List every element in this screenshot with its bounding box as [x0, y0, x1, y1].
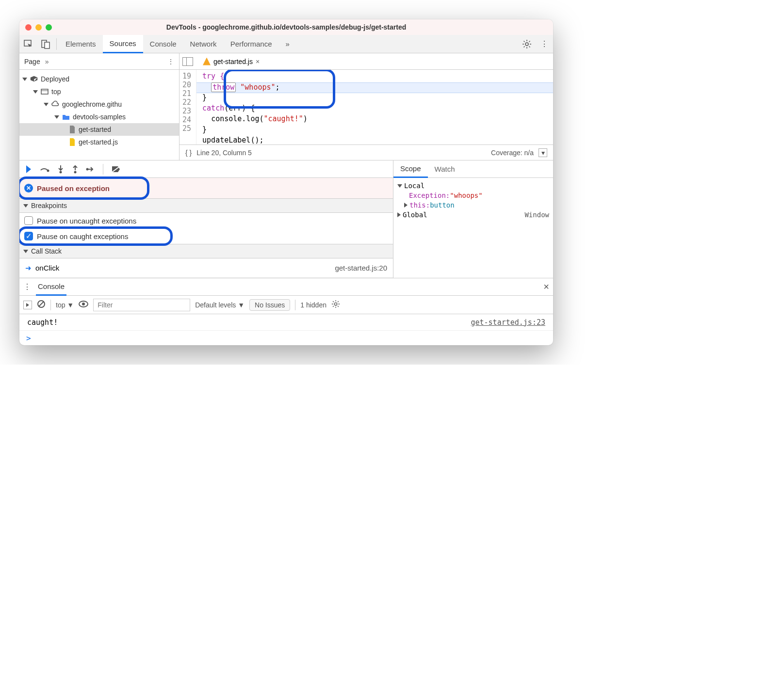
drawer-tabs: ⋮ Console ×	[19, 278, 553, 296]
document-icon	[69, 126, 76, 133]
svg-point-14	[82, 303, 85, 305]
page-navigator: Page » ⋮ Deployed top googlechrome.githu…	[19, 53, 180, 160]
coverage-status: Coverage: n/a	[491, 149, 534, 157]
code-editor: get-started.js × 19 20 21 22 23 24 25 tr…	[180, 53, 553, 160]
tab-scope[interactable]: Scope	[393, 160, 428, 178]
scope-global[interactable]: GlobalWindow	[395, 210, 551, 220]
navigator-menu-icon[interactable]: ⋮	[167, 58, 174, 65]
console-settings-gear-icon[interactable]	[331, 300, 340, 310]
drawer-menu-icon[interactable]: ⋮	[23, 282, 31, 291]
console-sidebar-toggle-icon[interactable]	[23, 301, 32, 309]
no-issues-button[interactable]: No Issues	[249, 299, 290, 311]
paused-message: Paused on exception	[37, 184, 110, 192]
tree-top[interactable]: top	[19, 85, 179, 98]
log-message: caught!	[27, 318, 58, 327]
filter-input[interactable]	[93, 299, 190, 311]
braces-icon[interactable]: { }	[185, 149, 192, 157]
log-location[interactable]: get-started.js:23	[471, 318, 545, 327]
stack-frame[interactable]: ➜ onClick get-started.js:20	[19, 258, 393, 278]
file-tab[interactable]: get-started.js	[213, 58, 253, 65]
pause-uncaught-row[interactable]: Pause on uncaught exceptions	[19, 213, 393, 228]
code-area[interactable]: 19 20 21 22 23 24 25 try { throw "whoops…	[180, 70, 553, 144]
pause-caught-row[interactable]: ✓ Pause on caught exceptions	[19, 228, 393, 244]
breakpoints-section-header[interactable]: Breakpoints	[19, 198, 393, 213]
frame-icon	[41, 89, 49, 95]
code-line-paused: throw "whoops";	[196, 82, 553, 93]
svg-point-3	[525, 43, 528, 46]
hidden-count: 1 hidden	[300, 301, 327, 309]
tree-folder[interactable]: devtools-samples	[19, 111, 179, 123]
clear-console-icon[interactable]	[37, 300, 46, 310]
log-levels-selector[interactable]: Default levels ▼	[195, 301, 245, 309]
stack-location: get-started.js:20	[335, 264, 387, 272]
tab-console[interactable]: Console	[143, 35, 183, 53]
warning-icon	[203, 58, 211, 65]
kebab-menu-icon[interactable]: ⋮	[536, 35, 553, 53]
inspect-element-icon[interactable]	[19, 35, 37, 53]
titlebar: DevTools - googlechrome.github.io/devtoo…	[19, 19, 553, 35]
file-tree: Deployed top googlechrome.githu devtools…	[19, 70, 179, 160]
code-lines: try { throw "whoops"; } catch(err) { con…	[196, 70, 553, 144]
resume-button[interactable]	[23, 165, 32, 173]
tree-domain[interactable]: googlechrome.githu	[19, 98, 179, 111]
step-out-button[interactable]	[72, 165, 79, 173]
more-tabs-icon[interactable]: »	[279, 35, 296, 53]
close-drawer-icon[interactable]: ×	[543, 281, 549, 292]
step-button[interactable]	[86, 166, 95, 173]
scope-panel: Scope Watch Local Exception: "whoops" th…	[393, 160, 553, 278]
page-tab[interactable]: Page	[24, 58, 40, 65]
js-file-icon	[69, 138, 76, 146]
svg-point-15	[334, 303, 337, 305]
scope-local[interactable]: Local	[395, 181, 551, 191]
scope-tabs: Scope Watch	[393, 160, 553, 178]
checkbox-unchecked[interactable]	[24, 216, 33, 225]
console-prompt[interactable]: >	[19, 331, 553, 345]
scope-exception[interactable]: Exception: "whoops"	[395, 191, 551, 200]
step-over-button[interactable]	[40, 165, 49, 173]
code-line: }	[196, 93, 553, 104]
tree-file-js[interactable]: get-started.js	[19, 136, 179, 148]
tab-performance[interactable]: Performance	[224, 35, 279, 53]
step-into-button[interactable]	[57, 165, 64, 173]
more-icon[interactable]: »	[45, 58, 49, 65]
cursor-position: Line 20, Column 5	[196, 149, 252, 157]
tree-file-html[interactable]: get-started	[19, 123, 179, 136]
live-expression-icon[interactable]	[79, 301, 88, 309]
current-frame-icon: ➜	[25, 264, 32, 272]
tab-network[interactable]: Network	[183, 35, 224, 53]
scope-tree: Local Exception: "whoops" this: button G…	[393, 178, 553, 223]
scope-this[interactable]: this: button	[395, 200, 551, 210]
folder-icon	[62, 114, 70, 120]
stack-fn-name: onClick	[35, 264, 59, 272]
cloud-icon	[51, 101, 59, 108]
drawer-tab-console[interactable]: Console	[36, 278, 66, 296]
tab-elements[interactable]: Elements	[59, 35, 103, 53]
tab-sources[interactable]: Sources	[103, 35, 143, 53]
navigator-header: Page » ⋮	[19, 53, 179, 70]
debugger-left: ✕ Paused on exception Breakpoints Pause …	[19, 160, 393, 278]
code-line: catch(err) {	[196, 104, 553, 114]
callstack-section-header[interactable]: Call Stack	[19, 244, 393, 258]
toggle-navigator-icon[interactable]	[182, 57, 193, 66]
cube-icon	[30, 76, 38, 82]
tree-deployed[interactable]: Deployed	[19, 73, 179, 85]
checkbox-checked[interactable]: ✓	[24, 232, 33, 240]
file-tabs: get-started.js ×	[180, 53, 553, 70]
console-log-row: caught! get-started.js:23	[19, 314, 553, 331]
svg-point-9	[86, 168, 89, 170]
settings-gear-icon[interactable]	[518, 35, 536, 53]
tab-watch[interactable]: Watch	[428, 160, 462, 178]
close-tab-icon[interactable]: ×	[256, 58, 260, 65]
deactivate-breakpoints-button[interactable]	[111, 165, 121, 173]
svg-rect-4	[41, 89, 48, 94]
line-gutter: 19 20 21 22 23 24 25	[180, 70, 196, 144]
context-selector[interactable]: top ▼	[56, 301, 74, 309]
coverage-dropdown-icon[interactable]: ▾	[539, 148, 547, 157]
code-line: updateLabel();	[196, 136, 553, 144]
console-toolbar: top ▼ Default levels ▼ No Issues 1 hidde…	[19, 296, 553, 314]
code-line: console.log("caught!")	[196, 114, 553, 125]
pause-caught-label: Pause on caught exceptions	[37, 232, 128, 240]
pause-uncaught-label: Pause on uncaught exceptions	[37, 217, 136, 225]
device-toolbar-icon[interactable]	[37, 35, 54, 53]
exception-icon: ✕	[24, 184, 33, 192]
